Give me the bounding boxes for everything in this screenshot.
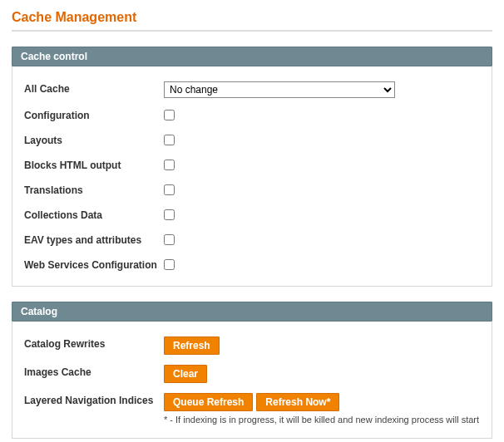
images-cache-label: Images Cache xyxy=(24,365,164,378)
web-services-checkbox[interactable] xyxy=(164,259,175,270)
catalog-header: Catalog xyxy=(12,302,492,322)
cache-item-label: Layouts xyxy=(24,133,164,146)
cache-control-body: All Cache No change Configuration Layout… xyxy=(12,66,492,287)
images-cache-row: Images Cache Clear xyxy=(24,360,480,388)
all-cache-select[interactable]: No change xyxy=(164,81,395,98)
cache-item-label: Blocks HTML output xyxy=(24,158,164,171)
catalog-rewrites-row: Catalog Rewrites Refresh xyxy=(24,332,480,360)
queue-refresh-button[interactable]: Queue Refresh xyxy=(164,393,253,411)
cache-item-row: Configuration xyxy=(24,103,480,128)
divider xyxy=(12,30,492,32)
cache-item-label: Collections Data xyxy=(24,208,164,221)
all-cache-label: All Cache xyxy=(24,81,164,95)
cache-item-row: EAV types and attributes xyxy=(24,228,480,253)
layered-nav-label: Layered Navigation Indices xyxy=(24,393,164,406)
cache-item-label: Web Services Configuration xyxy=(24,258,164,271)
layouts-checkbox[interactable] xyxy=(164,135,175,145)
refresh-button[interactable]: Refresh xyxy=(164,336,220,355)
refresh-now-button[interactable]: Refresh Now* xyxy=(256,393,339,411)
collections-data-checkbox[interactable] xyxy=(164,209,175,220)
catalog-rewrites-label: Catalog Rewrites xyxy=(24,336,164,350)
cache-item-row: Translations xyxy=(24,178,480,203)
cache-item-row: Collections Data xyxy=(24,203,480,228)
cache-item-row: Blocks HTML output xyxy=(24,153,480,178)
configuration-checkbox[interactable] xyxy=(164,110,175,120)
cache-control-section: Cache control All Cache No change Config… xyxy=(12,47,492,287)
translations-checkbox[interactable] xyxy=(164,184,175,195)
cache-item-label: Configuration xyxy=(24,108,164,121)
catalog-section: Catalog Catalog Rewrites Refresh Images … xyxy=(12,302,492,439)
cache-control-header: Cache control xyxy=(12,47,492,66)
all-cache-row: All Cache No change xyxy=(24,76,480,103)
cache-item-label: EAV types and attributes xyxy=(24,233,164,246)
eav-types-checkbox[interactable] xyxy=(164,234,175,245)
cache-item-row: Layouts xyxy=(24,128,480,153)
cache-item-label: Translations xyxy=(24,183,164,196)
blocks-html-checkbox[interactable] xyxy=(164,160,175,170)
page-title: Cache Management xyxy=(12,10,492,25)
layered-nav-note: * - If indexing is in progress, it will … xyxy=(164,415,480,425)
layered-nav-row: Layered Navigation Indices Queue Refresh… xyxy=(24,388,480,430)
clear-button[interactable]: Clear xyxy=(164,365,207,383)
cache-item-row: Web Services Configuration xyxy=(24,253,480,277)
catalog-body: Catalog Rewrites Refresh Images Cache Cl… xyxy=(12,322,492,439)
